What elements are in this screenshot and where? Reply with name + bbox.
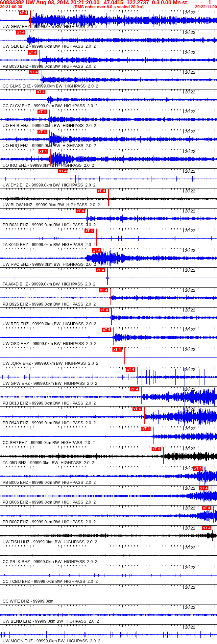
- pick-flag-uw-glk-ehz[interactable]: xT 4: [16, 30, 25, 35]
- pick-line-pb-b030-ehz[interactable]: [39, 50, 40, 67]
- pick-line-ta-i05d-bhz[interactable]: [163, 447, 164, 464]
- trace-label-uw-blow-hhz: UW BLOW HHZ - 99999.0km BW HIGHPASS 2.0 …: [3, 203, 100, 207]
- trace-label-uw-osd-ehz: UW OSD EHZ - 99999.0km BW HIGHPASS 2.0 2: [3, 341, 96, 346]
- trace-label-pb-b926-ehz: PB B926 EHZ - 99999.0km BW HIGHPASS 2.0 …: [3, 302, 96, 307]
- pick-line-uw-blow-hhz[interactable]: [108, 189, 109, 206]
- pick-line-cc-clcv-ehz[interactable]: [48, 90, 48, 107]
- pick-flag-ta-k04d-bhz[interactable]: xT 4: [84, 229, 94, 233]
- pick-flag-cc-clcv-ehz[interactable]: xT 4: [36, 90, 45, 94]
- pick-line-cc-glms-ehz[interactable]: [41, 70, 41, 87]
- pick-line-uw-gpw-ehz[interactable]: [137, 367, 138, 384]
- trace-label-uw-red-ehz: UW RED EHZ - 99999.0km BW HIGHPASS 2.0 2: [3, 322, 96, 326]
- minute-time-label: 20:22: [185, 486, 195, 491]
- pick-line-uo-iro-ehz[interactable]: [50, 149, 51, 166]
- trace-label-cc-glms-ehz: CC GLMS EHZ - 99999.0km BW HIGHPASS 2.0 …: [3, 84, 98, 88]
- minute-time-label: 20:22: [185, 447, 195, 451]
- pick-line-uw-fish-hhz[interactable]: [214, 526, 214, 543]
- pick-line-uw-red-ehz[interactable]: [111, 308, 112, 325]
- pick-line-uw-dy2-ehz[interactable]: [70, 169, 70, 186]
- trace-label-cc-prlk-bhz: CC PRLK BHZ - 99999.0km BW HIGHPASS 2.0 …: [3, 559, 97, 564]
- pick-line-pb-b007-ehz[interactable]: [213, 506, 214, 523]
- pick-flag-uw-red-ehz[interactable]: xT 4: [100, 308, 109, 312]
- minute-time-label: 20:22: [185, 70, 195, 75]
- minute-time-label: 20:22: [185, 625, 195, 630]
- minute-time-label: 20:22: [185, 209, 195, 213]
- pick-flag-pb-b013-ehz[interactable]: xT 4: [130, 387, 139, 391]
- trace-label-cc-tcbu-bhz: CC TCBU BHZ - 99999.0km BW HIGHPASS 2.0 …: [3, 579, 98, 584]
- pick-flag-uw-ghw-ehz[interactable]: xT 4: [19, 11, 28, 15]
- trace-label-cc-clcv-ehz: CC CLCV EHZ - 99999.0km BW HIGHPASS 2.0 …: [3, 104, 98, 108]
- pick-flag-cc-glms-ehz[interactable]: xT 4: [29, 70, 38, 74]
- event-header: 60834382 UW Aug 03, 2014 20:21:20.00 47.…: [0, 0, 217, 10]
- trace-label-uw-jqrv-ehz: UW JQRV EHZ - 99999.0km BW HIGHPASS 2.0 …: [3, 361, 98, 366]
- pick-flag-uw-gpw-ehz[interactable]: xT 4: [126, 367, 135, 372]
- minute-time-label: 20:22: [185, 288, 195, 293]
- pick-line-uw-glk-ehz[interactable]: [28, 30, 28, 47]
- trace-label-pb-b943-ehz: PB B943 EHZ - 99999.0km BW HIGHPASS 2.0 …: [3, 421, 96, 425]
- pick-flag-ta-i05d-bhz[interactable]: xT 4: [152, 447, 161, 451]
- pick-line-ta-a04d-bhz[interactable]: [107, 268, 108, 285]
- pick-flag-uw-blow-hhz[interactable]: xT 4: [97, 189, 106, 193]
- time-axis-header: 20:21:00.00 (RMS noise over 6.0 s scaled…: [0, 5, 217, 10]
- pick-line-uw-ghw-ehz[interactable]: [30, 11, 31, 28]
- minute-time-label: 20:22: [185, 11, 195, 15]
- minute-time-label: 20:22: [185, 506, 195, 510]
- pick-line-uw-osd-ehz[interactable]: [113, 328, 114, 345]
- pick-flag-cc-sep-ehz[interactable]: xT 4: [141, 427, 151, 431]
- pick-flag-pb-b031-ehz[interactable]: xT 4: [76, 209, 85, 213]
- minute-time-label: 20:22: [185, 565, 195, 570]
- pick-flag-pb-b926-ehz[interactable]: xT 4: [99, 288, 108, 292]
- minute-time-label: 20:22: [185, 149, 195, 154]
- trace-label-uw-bend-ehz: UW BEND EHZ - 99999.0km BW HIGHPASS 2.0 …: [3, 619, 99, 624]
- pick-flag-pb-b005-ehz[interactable]: xT 4: [193, 466, 203, 471]
- minute-time-label: 20:22: [185, 347, 195, 352]
- pick-line-pb-b005-ehz[interactable]: [205, 466, 205, 483]
- trace-label-ta-a04d-bhz: TA A04D BHZ - 99999.0km BW HIGHPASS 2.0 …: [3, 282, 95, 286]
- trace-label-ta-i05d-bhz: TA I05D BHZ - 99999.0km BW HIGHPASS 2.0 …: [3, 460, 94, 465]
- trace-label-pb-b005-ehz: PB B005 EHZ - 99999.0km BW HIGHPASS 2.0 …: [3, 480, 96, 485]
- minute-time-label: 20:22: [185, 605, 195, 610]
- pick-flag-ta-a04d-bhz[interactable]: xT 4: [96, 268, 105, 272]
- minute-time-label: 20:22: [185, 585, 195, 590]
- pick-line-pb-b013-ehz[interactable]: [141, 387, 142, 404]
- pick-line-pb-b943-ehz[interactable]: [144, 407, 145, 424]
- pick-flag-uo-huq-ehz[interactable]: xT 4: [37, 130, 47, 134]
- trace-label-cc-sep-ehz: CC SEP EHZ - 99999.0km BW HIGHPASS 2.0 2: [3, 440, 95, 445]
- pick-line-uw-rvc-ehz[interactable]: [104, 248, 104, 265]
- minute-time-label: 20:22: [185, 90, 195, 94]
- window-end-time: 20:22:11.00: [195, 5, 217, 9]
- pick-flag-pb-b007-ehz[interactable]: xT 4: [202, 506, 211, 510]
- seismogram-trace-area: 20:22xT 4UW GHW EHZ - 99999.0km BW HIGHP…: [0, 0, 217, 644]
- pick-flag-uw-dy2-ehz[interactable]: xT 4: [58, 169, 67, 173]
- trace-label-uw-fish-hhz: UW FISH HHZ - 99999.0km BW HIGHPASS 2.0 …: [3, 540, 97, 544]
- pick-line-pb-b031-ehz[interactable]: [87, 209, 88, 226]
- trace-label-uw-dy2-ehz: UW DY2 EHZ - 99999.0km BW HIGHPASS 2.0 2: [3, 183, 96, 187]
- minute-time-label: 20:22: [185, 387, 195, 392]
- pick-flag-pb-b006-ehz[interactable]: xT 4: [199, 486, 208, 490]
- minute-time-label: 20:22: [185, 367, 195, 372]
- pick-line-uo-huq-ehz[interactable]: [49, 130, 50, 147]
- pick-flag-uw-rvc-ehz[interactable]: xT 4: [92, 248, 101, 253]
- trace-label-pb-b030-ehz: PB B030 EHZ - 99999.0km BW HIGHPASS 2.0 …: [3, 64, 96, 69]
- pick-flag-pb-b030-ehz[interactable]: xT 4: [28, 50, 37, 55]
- pick-line-uw-jqrv-ehz[interactable]: [124, 347, 125, 364]
- pick-line-uo-fris-ehz[interactable]: [49, 110, 50, 127]
- pick-flag-uw-fish-hhz[interactable]: xT 4: [202, 526, 211, 530]
- pick-flag-uw-jqrv-ehz[interactable]: xT 4: [112, 347, 122, 352]
- pick-flag-uw-osd-ehz[interactable]: xT 4: [102, 328, 111, 332]
- minute-time-label: 20:22: [185, 427, 195, 431]
- pick-line-pb-b926-ehz[interactable]: [110, 288, 111, 305]
- minute-time-label: 20:22: [185, 308, 195, 312]
- pick-flag-uo-iro-ehz[interactable]: xT 4: [38, 149, 48, 154]
- trace-label-uw-ghw-ehz: UW GHW EHZ - 99999.0km BW HIGHPASS 2.0 2: [3, 24, 98, 29]
- trace-label-pb-b013-ehz: PB B013 EHZ - 99999.0km BW HIGHPASS 2.0 …: [3, 401, 96, 406]
- minute-time-label: 20:22: [185, 110, 195, 114]
- minute-time-label: 20:22: [185, 169, 195, 174]
- minute-time-label: 20:22: [185, 30, 195, 35]
- minute-time-label: 20:22: [185, 546, 195, 550]
- pick-line-pb-b006-ehz[interactable]: [211, 486, 211, 503]
- pick-flag-uo-fris-ehz[interactable]: xT 4: [37, 110, 47, 114]
- pick-line-cc-sep-ehz[interactable]: [153, 427, 154, 444]
- pick-flag-pb-b943-ehz[interactable]: xT 4: [133, 407, 142, 411]
- pick-line-ta-k04d-bhz[interactable]: [96, 229, 97, 246]
